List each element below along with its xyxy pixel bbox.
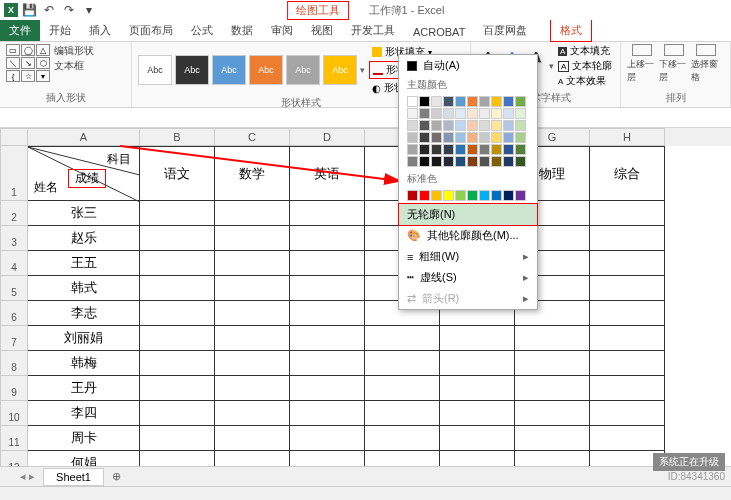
row-header[interactable]: 11 — [0, 426, 28, 451]
color-swatch[interactable] — [407, 132, 418, 143]
data-cell[interactable] — [365, 326, 440, 351]
name-cell[interactable]: 李志 — [28, 301, 140, 326]
data-cell[interactable] — [140, 401, 215, 426]
dd-dashes[interactable]: ┅虚线(S)▸ — [399, 267, 537, 288]
data-cell[interactable] — [590, 326, 665, 351]
data-cell[interactable] — [365, 426, 440, 451]
data-cell[interactable] — [215, 426, 290, 451]
shapes-gallery[interactable]: ▭◯△ ＼↘⬡ {☆▾ — [6, 44, 50, 82]
column-header-cell[interactable]: 综合 — [590, 146, 665, 201]
color-swatch[interactable] — [467, 190, 478, 201]
color-swatch[interactable] — [419, 190, 430, 201]
color-swatch[interactable] — [467, 96, 478, 107]
row-header[interactable]: 9 — [0, 376, 28, 401]
data-cell[interactable] — [590, 251, 665, 276]
color-swatch[interactable] — [515, 120, 526, 131]
data-cell[interactable] — [290, 351, 365, 376]
data-cell[interactable] — [140, 351, 215, 376]
qat-redo-icon[interactable]: ↷ — [60, 1, 78, 19]
color-swatch[interactable] — [419, 156, 430, 167]
row-header[interactable]: 5 — [0, 276, 28, 301]
color-swatch[interactable] — [443, 190, 454, 201]
data-cell[interactable] — [440, 401, 515, 426]
color-swatch[interactable] — [503, 144, 514, 155]
data-cell[interactable] — [215, 251, 290, 276]
color-swatch[interactable] — [431, 190, 442, 201]
color-swatch[interactable] — [431, 120, 442, 131]
data-cell[interactable] — [365, 351, 440, 376]
tab-developer[interactable]: 开发工具 — [342, 20, 404, 41]
color-swatch[interactable] — [467, 120, 478, 131]
diagonal-header-cell[interactable]: 科目 成绩 姓名 — [28, 146, 140, 201]
data-cell[interactable] — [590, 426, 665, 451]
color-swatch[interactable] — [491, 144, 502, 155]
style-thumb[interactable]: Abc — [323, 55, 357, 85]
name-cell[interactable]: 刘丽娟 — [28, 326, 140, 351]
data-cell[interactable] — [440, 426, 515, 451]
color-swatch[interactable] — [515, 132, 526, 143]
color-swatch[interactable] — [455, 190, 466, 201]
style-thumb[interactable]: Abc — [212, 55, 246, 85]
data-cell[interactable] — [515, 376, 590, 401]
style-thumb[interactable]: Abc — [249, 55, 283, 85]
data-cell[interactable] — [440, 376, 515, 401]
color-swatch[interactable] — [419, 132, 430, 143]
color-swatch[interactable] — [407, 190, 418, 201]
color-swatch[interactable] — [455, 108, 466, 119]
color-swatch[interactable] — [443, 108, 454, 119]
color-swatch[interactable] — [443, 96, 454, 107]
data-cell[interactable] — [365, 376, 440, 401]
data-cell[interactable] — [590, 301, 665, 326]
color-swatch[interactable] — [467, 132, 478, 143]
data-cell[interactable] — [215, 201, 290, 226]
color-swatch[interactable] — [419, 96, 430, 107]
color-swatch[interactable] — [407, 96, 418, 107]
col-header[interactable]: D — [290, 128, 365, 146]
col-header[interactable]: A — [28, 128, 140, 146]
color-swatch[interactable] — [515, 108, 526, 119]
style-thumb[interactable]: Abc — [286, 55, 320, 85]
color-swatch[interactable] — [479, 120, 490, 131]
color-swatch[interactable] — [455, 96, 466, 107]
name-cell[interactable]: 韩式 — [28, 276, 140, 301]
data-cell[interactable] — [590, 201, 665, 226]
row-header[interactable]: 2 — [0, 201, 28, 226]
color-swatch[interactable] — [431, 132, 442, 143]
data-cell[interactable] — [515, 426, 590, 451]
name-cell[interactable]: 张三 — [28, 201, 140, 226]
color-swatch[interactable] — [491, 132, 502, 143]
style-thumb[interactable]: Abc — [138, 55, 172, 85]
data-cell[interactable] — [290, 326, 365, 351]
color-swatch[interactable] — [479, 156, 490, 167]
data-cell[interactable] — [515, 351, 590, 376]
qat-more-icon[interactable]: ▾ — [80, 1, 98, 19]
color-swatch[interactable] — [479, 96, 490, 107]
data-cell[interactable] — [440, 326, 515, 351]
color-swatch[interactable] — [431, 156, 442, 167]
color-swatch[interactable] — [443, 156, 454, 167]
horizontal-scrollbar[interactable] — [0, 486, 731, 500]
tab-format[interactable]: 格式 — [550, 19, 592, 42]
row-header[interactable]: 4 — [0, 251, 28, 276]
text-fill-button[interactable]: A 文本填充 — [558, 44, 612, 58]
dd-weight[interactable]: ≡粗细(W)▸ — [399, 246, 537, 267]
data-cell[interactable] — [140, 426, 215, 451]
color-swatch[interactable] — [479, 190, 490, 201]
color-swatch[interactable] — [431, 144, 442, 155]
gallery-more-icon[interactable]: ▾ — [549, 61, 554, 71]
color-swatch[interactable] — [515, 156, 526, 167]
col-header[interactable]: H — [590, 128, 665, 146]
color-swatch[interactable] — [407, 144, 418, 155]
data-cell[interactable] — [290, 226, 365, 251]
data-cell[interactable] — [290, 251, 365, 276]
data-cell[interactable] — [290, 301, 365, 326]
color-swatch[interactable] — [419, 144, 430, 155]
color-swatch[interactable] — [491, 156, 502, 167]
sheet-nav-icon[interactable]: ◂ ▸ — [20, 470, 35, 483]
data-cell[interactable] — [215, 326, 290, 351]
color-swatch[interactable] — [515, 190, 526, 201]
text-box-button[interactable]: 文本框 — [54, 59, 94, 73]
row-header[interactable]: 3 — [0, 226, 28, 251]
color-swatch[interactable] — [407, 156, 418, 167]
dd-auto[interactable]: 自动(A) — [399, 55, 537, 76]
